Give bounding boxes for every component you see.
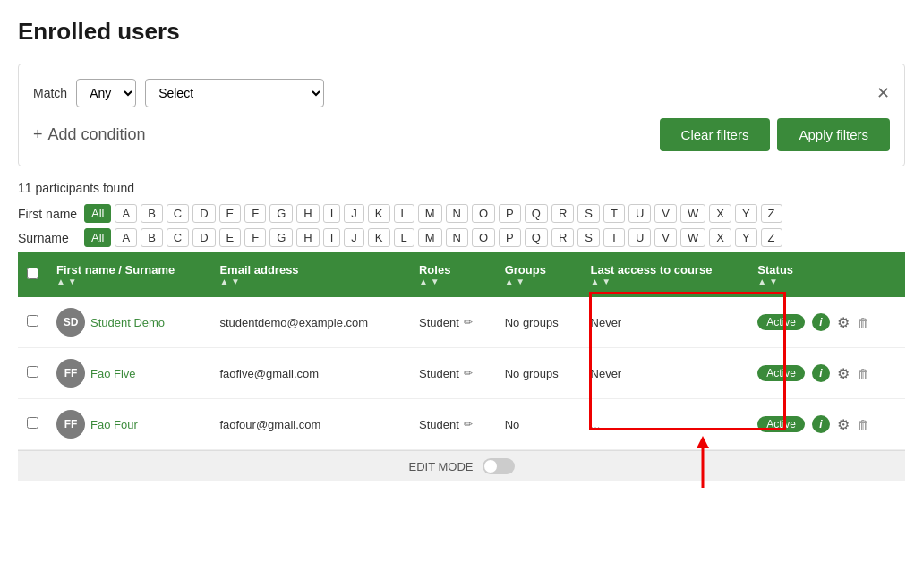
firstname-alpha-o[interactable]: O: [472, 204, 495, 223]
action-icons: Active i ⚙ 🗑: [757, 364, 896, 382]
firstname-alpha-e[interactable]: E: [219, 204, 242, 223]
firstname-alpha-j[interactable]: J: [344, 204, 364, 223]
surname-alpha-s[interactable]: S: [577, 228, 600, 247]
edit-mode-toggle[interactable]: [483, 458, 515, 474]
firstname-alpha-i[interactable]: I: [323, 204, 341, 223]
surname-alpha-d[interactable]: D: [192, 228, 215, 247]
firstname-alpha-d[interactable]: D: [192, 204, 215, 223]
col-status-label: Status: [757, 263, 793, 277]
surname-alpha-r[interactable]: R: [551, 228, 574, 247]
surname-alpha-y[interactable]: Y: [735, 228, 757, 247]
col-name[interactable]: First name / Surname ▲ ▼: [47, 252, 210, 297]
surname-alpha-all[interactable]: All: [84, 228, 111, 247]
firstname-alpha-b[interactable]: B: [141, 204, 163, 223]
gear-icon[interactable]: ⚙: [837, 365, 850, 382]
firstname-alpha-h[interactable]: H: [296, 204, 319, 223]
surname-alpha-i[interactable]: I: [323, 228, 341, 247]
firstname-alpha-u[interactable]: U: [628, 204, 651, 223]
row-last-access-cell: ...: [582, 399, 749, 450]
user-name-link[interactable]: Fao Five: [90, 367, 136, 380]
surname-alpha-q[interactable]: Q: [525, 228, 548, 247]
row-email-cell: studentdemo@example.com: [210, 297, 410, 348]
firstname-alpha-r[interactable]: R: [551, 204, 574, 223]
table-header-row: First name / Surname ▲ ▼ Email address ▲…: [18, 252, 905, 297]
toggle-slider: [483, 458, 515, 474]
surname-alpha-m[interactable]: M: [418, 228, 442, 247]
col-last-access[interactable]: Last access to course ▲ ▼: [582, 252, 749, 297]
col-roles[interactable]: Roles ▲ ▼: [410, 252, 496, 297]
firstname-alpha-m[interactable]: M: [418, 204, 442, 223]
select-all-checkbox[interactable]: [27, 268, 38, 279]
surname-alpha-l[interactable]: L: [394, 228, 414, 247]
firstname-alpha-all[interactable]: All: [84, 204, 111, 223]
trash-icon[interactable]: 🗑: [857, 417, 870, 432]
firstname-alpha-t[interactable]: T: [603, 204, 625, 223]
trash-icon[interactable]: 🗑: [857, 315, 870, 330]
user-name-link[interactable]: Student Demo: [90, 316, 165, 329]
surname-alpha-b[interactable]: B: [141, 228, 163, 247]
row-checkbox-cell: [18, 297, 47, 348]
surname-alpha-a[interactable]: A: [115, 228, 137, 247]
firstname-alpha-s[interactable]: S: [577, 204, 600, 223]
role-edit-icon[interactable]: ✏: [464, 367, 473, 379]
firstname-alpha-w[interactable]: W: [680, 204, 705, 223]
add-condition-button[interactable]: + Add condition: [33, 125, 146, 144]
surname-alpha-e[interactable]: E: [219, 228, 242, 247]
surname-alpha-o[interactable]: O: [472, 228, 495, 247]
col-email[interactable]: Email address ▲ ▼: [210, 252, 410, 297]
firstname-alpha-y[interactable]: Y: [735, 204, 757, 223]
role-edit-icon[interactable]: ✏: [464, 418, 473, 430]
firstname-alpha-c[interactable]: C: [167, 204, 189, 223]
firstname-alpha-a[interactable]: A: [115, 204, 137, 223]
surname-alpha-c[interactable]: C: [167, 228, 189, 247]
row-checkbox[interactable]: [27, 417, 38, 429]
role-edit-icon[interactable]: ✏: [464, 316, 473, 328]
table-row: FF Fao Five faofive@gmail.com Student ✏ …: [18, 348, 905, 399]
close-filter-button[interactable]: ✕: [876, 83, 890, 103]
col-roles-label: Roles: [419, 263, 450, 277]
clear-filters-button[interactable]: Clear filters: [660, 118, 771, 151]
row-roles-cell: Student ✏: [410, 297, 496, 348]
info-icon[interactable]: i: [812, 364, 830, 382]
firstname-alpha-k[interactable]: K: [368, 204, 390, 223]
col-status[interactable]: Status ▲ ▼: [748, 252, 905, 297]
surname-alpha-f[interactable]: F: [244, 228, 266, 247]
info-icon[interactable]: i: [812, 415, 830, 433]
gear-icon[interactable]: ⚙: [837, 314, 850, 331]
row-checkbox[interactable]: [27, 366, 38, 378]
info-icon[interactable]: i: [812, 313, 830, 331]
surname-alpha-z[interactable]: Z: [761, 228, 782, 247]
surname-alpha-v[interactable]: V: [654, 228, 677, 247]
surname-alpha-k[interactable]: K: [368, 228, 390, 247]
surname-alpha-n[interactable]: N: [446, 228, 468, 247]
user-email: faofive@gmail.com: [219, 367, 319, 380]
firstname-alpha-f[interactable]: F: [244, 204, 266, 223]
surname-alpha-t[interactable]: T: [603, 228, 625, 247]
firstname-alpha-n[interactable]: N: [446, 204, 468, 223]
trash-icon[interactable]: 🗑: [857, 366, 870, 381]
surname-alpha-j[interactable]: J: [344, 228, 364, 247]
firstname-alpha-x[interactable]: X: [709, 204, 731, 223]
user-name-link[interactable]: Fao Four: [90, 418, 138, 431]
col-groups[interactable]: Groups ▲ ▼: [496, 252, 582, 297]
firstname-alpha-v[interactable]: V: [654, 204, 677, 223]
avatar: SD: [56, 308, 85, 337]
user-role: Student: [419, 316, 459, 329]
surname-alpha-h[interactable]: H: [296, 228, 319, 247]
surname-alpha-x[interactable]: X: [709, 228, 731, 247]
firstname-alpha-g[interactable]: G: [269, 204, 293, 223]
gear-icon[interactable]: ⚙: [837, 416, 850, 433]
firstname-alpha-l[interactable]: L: [394, 204, 414, 223]
match-select[interactable]: Any All: [76, 79, 136, 107]
surname-alpha-w[interactable]: W: [680, 228, 705, 247]
firstname-alpha-p[interactable]: P: [499, 204, 521, 223]
surname-alpha-g[interactable]: G: [269, 228, 293, 247]
surname-alpha-u[interactable]: U: [628, 228, 651, 247]
apply-filters-button[interactable]: Apply filters: [777, 118, 890, 151]
surname-alpha-p[interactable]: P: [499, 228, 521, 247]
firstname-alpha-q[interactable]: Q: [525, 204, 548, 223]
row-checkbox[interactable]: [27, 315, 38, 327]
status-badge: Active: [757, 314, 805, 330]
condition-select[interactable]: Select: [145, 79, 324, 107]
firstname-alpha-z[interactable]: Z: [761, 204, 782, 223]
